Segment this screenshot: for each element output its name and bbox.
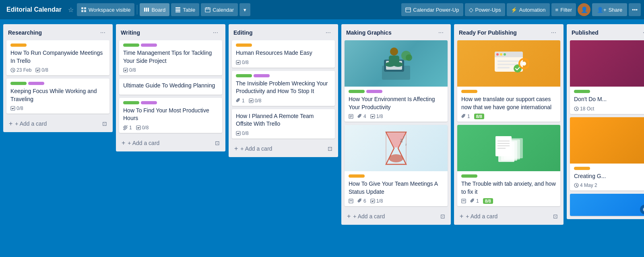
add-card-label: + Add a card [466,213,497,220]
add-card-editing[interactable]: + + Add a card ⊡ [230,143,336,155]
card-w2[interactable]: Ultimate Guide To Wedding Planning [119,79,222,95]
card-pub1[interactable]: Don't Do M... 18 Oct [570,40,644,114]
column-menu-button[interactable]: ··· [640,28,644,37]
label-purple [28,82,44,85]
svg-rect-67 [495,136,512,156]
calendar-label: Calendar [213,7,234,13]
card-rfp1[interactable]: How we translate our support cases now t… [457,40,560,122]
card-cover-green [457,125,560,171]
description-meta [349,199,353,203]
add-card-rfp[interactable]: + + Add a card ⊡ [456,210,562,223]
label-purple [254,74,270,77]
card-title: How To Give Your Team Meetings A Status … [349,180,444,196]
card-mg2[interactable]: Z z z How To Give Your Team Meetings A S… [345,125,448,206]
cards-list-researching: How To Run Companywide Meetings In Trell… [3,40,113,117]
filter-button[interactable]: ≡ Filter [551,3,576,16]
svg-point-56 [504,53,506,56]
cards-list-editing: Human Resources Made Easy 0/8 [229,40,338,142]
column-menu-button[interactable]: ··· [211,28,221,37]
chevron-down-button[interactable]: ▾ [239,3,250,16]
card-title: The Invisible Problem Wrecking Your Prod… [236,80,331,95]
checklist-meta: 0/8 [236,131,249,136]
card-e3[interactable]: How I Planned A Remote Team Offsite With… [232,109,335,139]
card-rfp2[interactable]: The Trouble with tab anxiety, and how to… [457,125,560,206]
card-labels [236,44,331,47]
card-title: How To Run Companywide Meetings In Trell… [10,49,105,65]
cards-list-rfp: How we translate our support cases now t… [454,40,564,209]
card-labels [349,90,444,93]
checklist-icon [370,199,375,203]
card-r2[interactable]: Keeping Focus While Working and Travelin… [6,79,109,114]
svg-rect-9 [175,10,180,11]
svg-rect-1 [84,7,86,9]
card-pub2[interactable]: Creating G... 4 May 2 [570,117,644,191]
cards-list-published: Don't Do M... 18 Oct Creating [567,40,644,219]
more-options-button[interactable]: ••• [629,3,641,16]
card-title: Don't Do M... [574,95,644,104]
checklist-meta: 0/8 [136,125,149,131]
star-button[interactable]: ☆ [66,4,75,15]
column-menu-button[interactable]: ··· [549,28,559,37]
add-card-researching[interactable]: + + Add a card ⊡ [5,118,111,131]
card-body: Ultimate Guide To Wedding Planning [119,79,222,95]
attachment-meta: 1 [123,125,132,131]
card-title: How I Planned A Remote Team Offsite With… [236,112,331,128]
column-title: Published [572,29,599,36]
card-meta: 0/8 [236,60,331,65]
checklist-meta: 0/8 [10,106,23,111]
card-title: Creating G... [574,172,644,180]
powerups-button[interactable]: ◇ Power-Ups [465,3,505,16]
card-body: The Invisible Problem Wrecking Your Prod… [232,71,335,106]
card-meta: 4 1/8 [349,114,444,119]
card-w3[interactable]: How To Find Your Most Productive Hours 1… [119,98,222,133]
card-body: How To Give Your Team Meetings A Status … [345,171,448,206]
card-e1[interactable]: Human Resources Made Easy 0/8 [232,40,335,68]
automation-button[interactable]: ⚡ Automation [507,3,550,16]
paperclip-icon [236,98,241,103]
clock-icon [574,183,579,188]
column-writing: Writing ··· Time Management Tips for Tac… [116,24,225,151]
column-menu-button[interactable]: ··· [323,28,333,37]
filter-icon: ≡ [555,7,559,13]
card-title: How we translate our support cases now t… [461,95,556,111]
add-card-writing[interactable]: + + Add a card ⊡ [118,137,224,150]
calendar-powerup-icon [405,7,411,12]
template-icon: ⊡ [553,213,558,220]
table-view-button[interactable]: Table [171,3,199,16]
checklist-icon [249,98,254,103]
board-canvas: Researching ··· How To Run Companywide M… [0,19,644,257]
card-meta: 0/8 [123,67,218,73]
powerups-icon: ◇ [469,6,473,13]
plus-icon: + [234,145,238,152]
svg-rect-14 [208,7,209,8]
column-header-published: Published ··· [567,24,644,40]
card-labels [574,90,644,93]
card-meta: 1 0/8 [236,98,331,104]
add-card-label: + Add a card [353,213,385,220]
calendar-view-button[interactable]: Calendar [201,3,238,16]
card-e2[interactable]: The Invisible Problem Wrecking Your Prod… [232,71,335,106]
card-mg1[interactable]: How Your Environment Is Affecting Your P… [345,40,448,122]
card-body: How To Run Companywide Meetings In Trell… [6,40,109,75]
card-labels [236,74,331,77]
share-button[interactable]: 👤+ Share [592,3,627,16]
card-pub3[interactable]: ⚙ [570,194,644,216]
column-menu-button[interactable]: ··· [436,28,446,37]
share-label: Share [609,7,623,13]
add-card-making-graphics[interactable]: + + Add a card ⊡ [343,210,449,223]
card-w1[interactable]: Time Management Tips for Tackling Your S… [119,40,222,75]
card-cover-hourglass: Z z z [345,125,448,171]
board-view-button[interactable]: Board [140,3,169,16]
card-title: Time Management Tips for Tackling Your S… [123,49,218,65]
calendar-powerup-label: Calendar Power-Up [413,7,459,13]
calendar-powerup-button[interactable]: Calendar Power-Up [401,3,463,16]
column-menu-button[interactable]: ··· [98,28,108,37]
checklist-icon [370,114,375,119]
card-labels [10,82,105,85]
paperclip-icon [357,114,362,119]
card-r1[interactable]: How To Run Companywide Meetings In Trell… [6,40,109,75]
card-labels [123,44,218,47]
description-meta [349,114,353,119]
avatar[interactable]: 👤 [578,3,590,16]
workspace-visible-button[interactable]: Workspace visible [77,3,135,16]
